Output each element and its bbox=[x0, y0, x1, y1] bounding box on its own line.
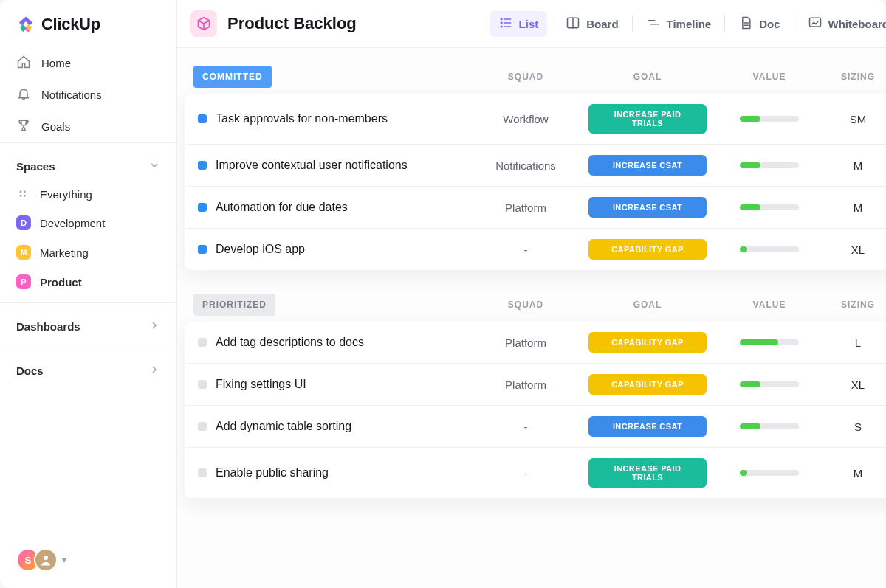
task-size: XL bbox=[821, 378, 886, 391]
value-bar bbox=[718, 423, 821, 429]
view-label: Doc bbox=[759, 18, 780, 30]
brand-name: ClickUp bbox=[41, 15, 100, 34]
task-size: S bbox=[821, 421, 886, 433]
task-squad: Workflow bbox=[474, 113, 577, 125]
status-square-icon[interactable] bbox=[198, 422, 207, 431]
space-label: Marketing bbox=[40, 246, 89, 259]
task-row[interactable]: Improve contextual user notifications No… bbox=[185, 145, 886, 187]
goal-badge[interactable]: CAPABILITY GAP bbox=[588, 332, 707, 353]
space-icon bbox=[190, 10, 217, 37]
task-squad: Notifications bbox=[474, 159, 577, 172]
task-title: Task approvals for non-members bbox=[216, 112, 388, 125]
goal-badge[interactable]: INCREASE PAID TRIALS bbox=[588, 104, 707, 134]
col-goal: GOAL bbox=[577, 72, 718, 82]
col-sizing: SIZING bbox=[821, 300, 886, 310]
svg-rect-17 bbox=[809, 18, 820, 27]
status-square-icon[interactable] bbox=[198, 114, 207, 123]
nav-label: Notifications bbox=[41, 89, 102, 101]
docs-label: Docs bbox=[16, 364, 44, 377]
status-square-icon[interactable] bbox=[198, 380, 207, 389]
group-committed: COMMITTED SQUAD GOAL VALUE SIZING Task a… bbox=[185, 66, 886, 270]
goal-badge[interactable]: CAPABILITY GAP bbox=[588, 239, 707, 260]
task-title: Improve contextual user notifications bbox=[216, 159, 408, 172]
whiteboard-icon bbox=[808, 15, 823, 32]
view-label: List bbox=[519, 18, 539, 30]
page-header: Product Backlog ListBoardTimelineDocWhit… bbox=[177, 0, 886, 48]
task-row[interactable]: Fixing settings UI Platform CAPABILITY G… bbox=[185, 364, 886, 406]
status-square-icon[interactable] bbox=[198, 203, 207, 212]
group-tag[interactable]: PRIORITIZED bbox=[193, 294, 275, 316]
view-list[interactable]: List bbox=[490, 11, 548, 37]
view-whiteboard[interactable]: Whiteboard bbox=[799, 11, 887, 37]
space-product[interactable]: PProduct bbox=[0, 267, 176, 297]
view-label: Timeline bbox=[667, 18, 712, 30]
nav-home[interactable]: Home bbox=[0, 47, 176, 79]
caret-down-icon: ▾ bbox=[62, 555, 66, 565]
task-size: XL bbox=[821, 243, 886, 256]
view-board[interactable]: Board bbox=[557, 11, 627, 37]
space-badge: M bbox=[16, 245, 31, 260]
value-bar bbox=[718, 381, 821, 387]
view-timeline[interactable]: Timeline bbox=[637, 11, 721, 37]
task-size: L bbox=[821, 336, 886, 349]
goal-badge[interactable]: INCREASE CSAT bbox=[588, 197, 707, 218]
task-row[interactable]: Develop iOS app - CAPABILITY GAP XL bbox=[185, 229, 886, 270]
nav-goals[interactable]: Goals bbox=[0, 111, 176, 142]
doc-icon bbox=[738, 15, 753, 32]
everything-label: Everything bbox=[40, 188, 92, 201]
task-row[interactable]: Automation for due dates Platform INCREA… bbox=[185, 187, 886, 229]
group-prioritized: PRIORITIZED SQUAD GOAL VALUE SIZING Add … bbox=[185, 294, 886, 498]
dashboards-header[interactable]: Dashboards bbox=[0, 312, 176, 341]
svg-point-4 bbox=[44, 556, 48, 560]
nav-notifications[interactable]: Notifications bbox=[0, 79, 176, 111]
svg-point-1 bbox=[24, 190, 26, 193]
status-square-icon[interactable] bbox=[198, 338, 207, 347]
space-badge: D bbox=[16, 215, 31, 230]
status-square-icon[interactable] bbox=[198, 468, 207, 477]
nav-label: Home bbox=[41, 57, 71, 69]
svg-point-9 bbox=[501, 22, 502, 24]
col-sizing: SIZING bbox=[821, 72, 886, 82]
spaces-label: Spaces bbox=[16, 160, 55, 173]
status-square-icon[interactable] bbox=[198, 245, 207, 254]
bell-icon bbox=[16, 86, 31, 103]
goal-badge[interactable]: CAPABILITY GAP bbox=[588, 374, 707, 395]
task-squad: Platform bbox=[474, 378, 577, 391]
space-label: Development bbox=[40, 217, 105, 229]
task-row[interactable]: Add dynamic table sorting - INCREASE CSA… bbox=[185, 406, 886, 448]
goal-badge[interactable]: INCREASE CSAT bbox=[588, 155, 707, 176]
task-title: Add tag descriptions to docs bbox=[216, 336, 364, 349]
task-squad: - bbox=[474, 243, 577, 256]
nav-label: Goals bbox=[41, 120, 70, 133]
task-size: M bbox=[821, 201, 886, 214]
task-row[interactable]: Task approvals for non-members Workflow … bbox=[185, 94, 886, 145]
status-square-icon[interactable] bbox=[198, 161, 207, 170]
group-tag[interactable]: COMMITTED bbox=[193, 66, 272, 88]
col-squad: SQUAD bbox=[474, 72, 577, 82]
goal-badge[interactable]: INCREASE CSAT bbox=[588, 416, 707, 437]
workspace-avatars[interactable]: S ▾ bbox=[16, 548, 66, 572]
brand[interactable]: ClickUp bbox=[0, 0, 176, 47]
space-development[interactable]: DDevelopment bbox=[0, 208, 176, 238]
dashboards-label: Dashboards bbox=[16, 320, 80, 333]
list-icon bbox=[498, 15, 513, 32]
goal-badge[interactable]: INCREASE PAID TRIALS bbox=[588, 458, 707, 488]
spaces-header[interactable]: Spaces bbox=[0, 152, 176, 181]
space-marketing[interactable]: MMarketing bbox=[0, 238, 176, 267]
docs-header[interactable]: Docs bbox=[0, 356, 176, 385]
trophy-icon bbox=[16, 118, 31, 135]
value-bar bbox=[718, 246, 821, 252]
value-bar bbox=[718, 470, 821, 476]
view-tabs: ListBoardTimelineDocWhiteboard bbox=[490, 11, 886, 37]
svg-point-0 bbox=[20, 190, 22, 193]
sidebar-everything[interactable]: Everything bbox=[0, 181, 176, 208]
content: COMMITTED SQUAD GOAL VALUE SIZING Task a… bbox=[177, 48, 886, 588]
task-size: SM bbox=[821, 113, 886, 125]
view-doc[interactable]: Doc bbox=[729, 11, 789, 37]
view-label: Board bbox=[586, 18, 618, 30]
task-title: Fixing settings UI bbox=[216, 378, 306, 391]
task-row[interactable]: Enable public sharing - INCREASE PAID TR… bbox=[185, 448, 886, 498]
task-row[interactable]: Add tag descriptions to docs Platform CA… bbox=[185, 322, 886, 364]
task-size: M bbox=[821, 467, 886, 480]
clickup-logo-icon bbox=[16, 15, 35, 34]
